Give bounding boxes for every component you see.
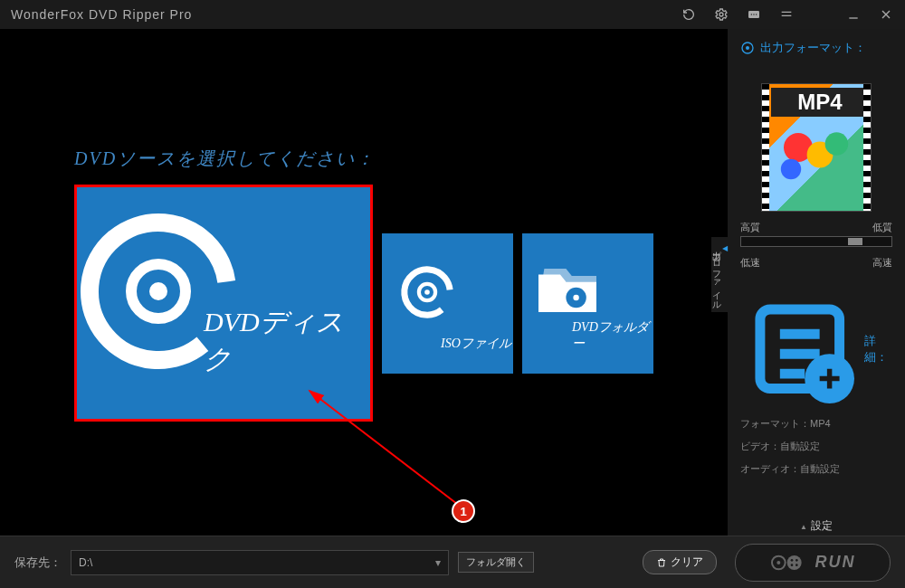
output-profile-tab[interactable]: 出力プロファイル [711, 237, 728, 312]
svg-point-25 [790, 559, 793, 562]
menu-icon[interactable] [778, 6, 795, 23]
iso-file-label: ISOファイル [441, 336, 511, 352]
details-header: 詳細： [740, 289, 892, 408]
dvd-disc-label: DVDディスク [204, 304, 370, 378]
speed-high-label: 高速 [872, 256, 892, 270]
close-icon[interactable] [878, 6, 894, 23]
svg-point-19 [781, 159, 801, 179]
dvd-disc-button[interactable]: DVDディスク [74, 185, 373, 422]
message-icon[interactable] [746, 6, 762, 23]
source-prompt: DVDソースを選択してください： [74, 147, 376, 171]
quality-high-label: 高質 [740, 221, 760, 234]
minimize-icon[interactable] [845, 6, 862, 23]
video-detail: ビデオ：自動設定 [740, 440, 892, 453]
svg-point-3 [753, 14, 754, 14]
save-to-label: 保存先： [14, 555, 62, 571]
svg-point-18 [825, 132, 849, 156]
settings-tab[interactable]: 設定 [740, 517, 892, 536]
svg-point-26 [795, 559, 798, 562]
audio-detail: オーディオ：自動設定 [740, 462, 892, 476]
iso-file-button[interactable]: ISOファイル [382, 233, 513, 374]
svg-point-12 [573, 294, 578, 299]
annotation-badge: 1 [452, 499, 475, 523]
svg-point-7 [149, 282, 167, 300]
svg-point-0 [719, 13, 723, 16]
svg-point-4 [756, 14, 757, 14]
svg-point-10 [424, 289, 430, 295]
open-folder-button[interactable]: フォルダ開く [458, 552, 534, 573]
save-path-select[interactable]: D:\▾ [71, 550, 449, 575]
quality-slider[interactable] [740, 236, 892, 247]
output-format-header: 出力フォーマット： [740, 40, 892, 56]
svg-point-24 [786, 555, 801, 570]
format-detail: フォーマット：MP4 [740, 417, 892, 431]
dvd-folder-label: DVDフォルダー [572, 319, 653, 352]
dvd-folder-button[interactable]: DVDフォルダー [522, 233, 653, 374]
format-badge: MP4 [771, 88, 869, 117]
speed-low-label: 低速 [740, 256, 760, 270]
svg-point-28 [795, 564, 798, 566]
run-button[interactable]: RUN [735, 544, 891, 582]
clear-button[interactable]: クリア [643, 550, 717, 574]
svg-point-23 [776, 561, 780, 564]
quality-low-label: 低質 [872, 221, 892, 234]
svg-point-15 [746, 46, 749, 50]
gear-icon[interactable] [713, 6, 729, 23]
svg-point-27 [790, 564, 793, 566]
svg-point-2 [751, 14, 752, 14]
refresh-icon[interactable] [681, 6, 697, 23]
app-title: WonderFox DVD Ripper Pro [11, 7, 192, 22]
output-format-thumbnail[interactable]: MP4 [761, 83, 872, 212]
